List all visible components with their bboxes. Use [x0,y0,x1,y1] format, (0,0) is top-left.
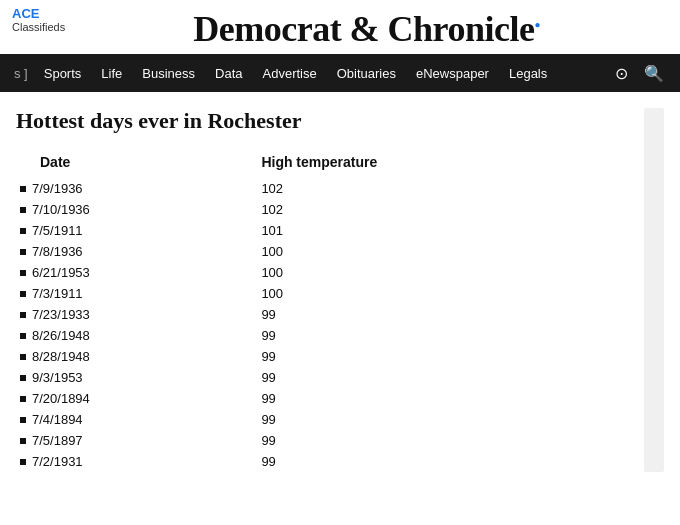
bullet-icon [20,228,26,234]
bullet-icon [20,459,26,465]
date-value: 7/4/1894 [32,412,83,427]
bullet-icon [20,291,26,297]
header: ACE Classifieds Democrat & Chronicle● [0,0,680,54]
search-icon[interactable]: 🔍 [636,54,672,92]
date-value: 7/20/1894 [32,391,90,406]
temp-cell: 102 [253,199,636,220]
header-left: ACE Classifieds [12,6,65,33]
bullet-icon [20,270,26,276]
table-row: 7/9/1936102 [16,178,636,199]
temp-cell: 99 [253,325,636,346]
navbar-prev: s ] [8,54,34,92]
temp-cell: 100 [253,283,636,304]
table-row: 8/28/194899 [16,346,636,367]
date-cell: 6/21/1953 [16,262,253,283]
table-row: 7/10/1936102 [16,199,636,220]
temp-cell: 101 [253,220,636,241]
bullet-icon [20,354,26,360]
date-cell: 7/9/1936 [16,178,253,199]
navbar-item-enewspaper[interactable]: eNewspaper [406,54,499,92]
date-cell: 7/23/1933 [16,304,253,325]
page-title: Hottest days ever in Rochester [16,108,636,134]
bullet-icon [20,396,26,402]
date-value: 7/9/1936 [32,181,83,196]
temp-cell: 99 [253,304,636,325]
navbar-item-obituaries[interactable]: Obituaries [327,54,406,92]
date-value: 7/23/1933 [32,307,90,322]
navbar-item-data[interactable]: Data [205,54,252,92]
bullet-icon [20,249,26,255]
table-row: 7/2/193199 [16,451,636,472]
table-row: 7/5/189799 [16,430,636,451]
navbar-item-legals[interactable]: Legals [499,54,557,92]
table-row: 7/3/1911100 [16,283,636,304]
date-cell: 9/3/1953 [16,367,253,388]
date-value: 7/8/1936 [32,244,83,259]
date-value: 7/5/1911 [32,223,83,238]
date-cell: 7/10/1936 [16,199,253,220]
bullet-icon [20,438,26,444]
table-row: 6/21/1953100 [16,262,636,283]
navbar-item-sports[interactable]: Sports [34,54,92,92]
ace-label[interactable]: ACE [12,6,65,21]
table-row: 7/4/189499 [16,409,636,430]
temp-cell: 99 [253,430,636,451]
bullet-icon [20,207,26,213]
temp-cell: 102 [253,178,636,199]
temp-cell: 99 [253,451,636,472]
temp-cell: 99 [253,388,636,409]
table-row: 7/8/1936100 [16,241,636,262]
date-value: 8/28/1948 [32,349,90,364]
classifieds-label[interactable]: Classifieds [12,21,65,33]
col-header-date: Date [16,150,253,178]
title-dot: ● [534,19,540,30]
date-cell: 7/20/1894 [16,388,253,409]
date-cell: 7/4/1894 [16,409,253,430]
sidebar-right [644,108,664,472]
table-row: 7/5/1911101 [16,220,636,241]
temp-cell: 99 [253,409,636,430]
date-cell: 7/3/1911 [16,283,253,304]
table-row: 8/26/194899 [16,325,636,346]
circle-icon[interactable]: ⊙ [607,54,636,92]
navbar: s ] Sports Life Business Data Advertise … [0,54,680,92]
date-value: 7/2/1931 [32,454,83,469]
hottest-days-table: Date High temperature 7/9/19361027/10/19… [16,150,636,472]
date-cell: 7/8/1936 [16,241,253,262]
temp-cell: 99 [253,367,636,388]
date-value: 7/3/1911 [32,286,83,301]
navbar-item-advertise[interactable]: Advertise [253,54,327,92]
date-value: 7/10/1936 [32,202,90,217]
date-value: 9/3/1953 [32,370,83,385]
col-header-temp: High temperature [253,150,636,178]
date-value: 8/26/1948 [32,328,90,343]
temp-cell: 99 [253,346,636,367]
table-row: 7/20/189499 [16,388,636,409]
date-value: 7/5/1897 [32,433,83,448]
navbar-item-business[interactable]: Business [132,54,205,92]
date-cell: 8/26/1948 [16,325,253,346]
date-cell: 7/2/1931 [16,451,253,472]
date-cell: 7/5/1897 [16,430,253,451]
temp-cell: 100 [253,241,636,262]
date-value: 6/21/1953 [32,265,90,280]
bullet-icon [20,375,26,381]
date-cell: 7/5/1911 [16,220,253,241]
table-row: 7/23/193399 [16,304,636,325]
bullet-icon [20,186,26,192]
main-content: Hottest days ever in Rochester Date High… [0,92,680,488]
date-cell: 8/28/1948 [16,346,253,367]
content-area: Hottest days ever in Rochester Date High… [16,108,636,472]
bullet-icon [20,333,26,339]
bullet-icon [20,312,26,318]
bullet-icon [20,417,26,423]
site-title: Democrat & Chronicle● [65,6,668,50]
table-row: 9/3/195399 [16,367,636,388]
temp-cell: 100 [253,262,636,283]
navbar-item-life[interactable]: Life [91,54,132,92]
